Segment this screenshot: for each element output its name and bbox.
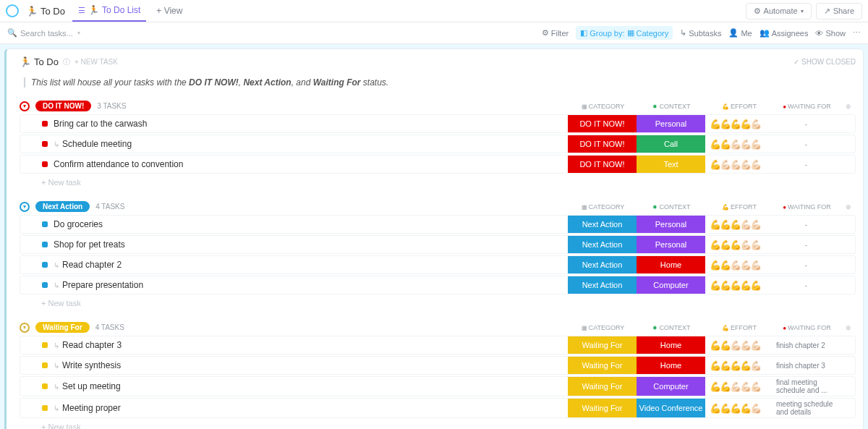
col-category[interactable]: ▦CATEGORY (569, 103, 637, 110)
context-cell[interactable]: Personal (637, 115, 705, 132)
task-row[interactable]: ↳ Read chapter 2 Next Action Home 💪💪💪🏻💪🏻… (20, 255, 856, 274)
context-cell[interactable]: Call (637, 135, 705, 153)
waiting-cell[interactable]: meeting schedule and details (772, 399, 841, 417)
waiting-cell[interactable]: - (772, 139, 841, 150)
task-name[interactable]: Confirm attendance to convention (54, 159, 568, 169)
col-waiting[interactable]: ●WAITING FOR (773, 203, 841, 211)
share-button[interactable]: ↗Share (816, 3, 862, 20)
task-name[interactable]: Shop for pet treats (54, 239, 568, 250)
col-category[interactable]: ▦CATEGORY (569, 203, 637, 211)
new-task-button[interactable]: + New task (20, 296, 856, 310)
task-name[interactable]: Meeting proper (62, 403, 568, 413)
space-title[interactable]: 🏃To Do (23, 6, 68, 17)
task-row[interactable]: Confirm attendance to convention DO IT N… (20, 155, 856, 174)
group-toggle[interactable]: ▾ (20, 202, 30, 212)
group-label[interactable]: Waiting For (35, 322, 90, 333)
col-effort[interactable]: 💪EFFORT (706, 324, 773, 331)
status-bullet[interactable] (42, 362, 48, 368)
waiting-cell[interactable]: - (772, 159, 841, 170)
task-name[interactable]: Read chapter 2 (62, 260, 568, 270)
group-label[interactable]: DO IT NOW! (35, 101, 91, 111)
status-bullet[interactable] (42, 161, 48, 167)
waiting-cell[interactable]: finish chapter 2 (772, 340, 841, 351)
context-cell[interactable]: Home (637, 357, 705, 374)
new-task-button[interactable]: + New task (20, 175, 856, 190)
task-row[interactable]: ↳ Meeting proper Waiting For Video Confe… (20, 398, 856, 418)
waiting-cell[interactable]: - (772, 280, 841, 291)
waiting-cell[interactable]: - (772, 239, 841, 250)
show-closed-button[interactable]: ✓SHOW CLOSED (793, 58, 856, 66)
add-column-button[interactable]: ⊕ (841, 324, 856, 331)
show-button[interactable]: 👁Show (815, 29, 846, 38)
context-cell[interactable]: Video Conference (637, 399, 705, 417)
task-row[interactable]: ↳ Prepare presentation Next Action Compu… (20, 276, 856, 294)
category-cell[interactable]: Next Action (568, 216, 637, 233)
context-cell[interactable]: Text (637, 156, 705, 173)
col-waiting[interactable]: ●WAITING FOR (773, 324, 841, 331)
effort-cell[interactable]: 💪💪💪🏻💪🏻💪🏻 (705, 137, 772, 151)
assignees-button[interactable]: 👥Assignees (760, 28, 809, 38)
effort-cell[interactable]: 💪💪💪🏻💪🏻💪🏻 (705, 258, 772, 272)
category-cell[interactable]: Waiting For (568, 336, 637, 354)
task-name[interactable]: Prepare presentation (62, 280, 568, 290)
add-view-button[interactable]: + View (150, 1, 188, 21)
group-by-button[interactable]: ◧Group by: ▦ Category (576, 26, 673, 40)
category-cell[interactable]: Next Action (568, 276, 637, 294)
status-bullet[interactable] (42, 121, 48, 127)
category-cell[interactable]: Next Action (568, 236, 637, 253)
status-bullet[interactable] (42, 342, 48, 348)
tab-todo-list[interactable]: ☰🏃To Do List (72, 0, 146, 22)
task-row[interactable]: ↳ Write synthesis Waiting For Home 💪💪💪💪💪… (20, 356, 856, 375)
waiting-cell[interactable]: final meeting schedule and ... (772, 377, 841, 396)
task-row[interactable]: ↳ Read chapter 3 Waiting For Home 💪💪💪🏻💪🏻… (20, 336, 856, 354)
col-context[interactable]: ✸CONTEXT (637, 324, 706, 331)
col-category[interactable]: ▦CATEGORY (569, 324, 637, 331)
category-cell[interactable]: Waiting For (568, 399, 637, 417)
context-cell[interactable]: Computer (637, 276, 705, 294)
me-button[interactable]: 👤Me (728, 28, 752, 38)
status-bullet[interactable] (42, 383, 48, 389)
waiting-cell[interactable]: - (772, 219, 841, 230)
task-name[interactable]: Bring car to the carwash (54, 119, 568, 129)
effort-cell[interactable]: 💪💪💪💪💪 (705, 279, 772, 292)
new-task-header-button[interactable]: + NEW TASK (75, 58, 118, 66)
context-cell[interactable]: Personal (637, 236, 705, 253)
more-button[interactable]: ⋯ (853, 28, 861, 38)
add-column-button[interactable]: ⊕ (841, 103, 856, 110)
task-row[interactable]: ↳ Set up meeting Waiting For Computer 💪💪… (20, 376, 856, 396)
task-row[interactable]: Do groceries Next Action Personal 💪💪💪💪🏻💪… (20, 215, 856, 234)
status-bullet[interactable] (42, 242, 48, 247)
add-column-button[interactable]: ⊕ (841, 203, 856, 211)
task-row[interactable]: Bring car to the carwash DO IT NOW! Pers… (20, 114, 856, 133)
task-row[interactable]: Shop for pet treats Next Action Personal… (20, 235, 856, 254)
task-name[interactable]: Schedule meeting (62, 139, 568, 149)
group-label[interactable]: Next Action (35, 201, 90, 212)
effort-cell[interactable]: 💪💪💪🏻💪🏻💪🏻 (705, 339, 772, 352)
effort-cell[interactable]: 💪💪💪💪💪🏻 (705, 117, 772, 131)
col-context[interactable]: ✸CONTEXT (637, 103, 706, 110)
new-task-button[interactable]: + New task (20, 420, 856, 429)
category-cell[interactable]: Waiting For (568, 377, 637, 396)
context-cell[interactable]: Personal (637, 216, 705, 233)
app-logo-icon[interactable] (6, 4, 19, 17)
effort-cell[interactable]: 💪💪💪💪🏻💪🏻 (705, 218, 772, 232)
automate-button[interactable]: ⚙Automate▾ (746, 3, 812, 20)
status-bullet[interactable] (42, 141, 48, 147)
search-input[interactable]: 🔍Search tasks... (7, 28, 73, 38)
context-cell[interactable]: Computer (637, 377, 705, 396)
context-cell[interactable]: Home (637, 336, 705, 354)
info-icon[interactable]: ⓘ (63, 57, 70, 67)
task-name[interactable]: Set up meeting (62, 381, 568, 391)
effort-cell[interactable]: 💪💪💪💪🏻💪🏻 (705, 238, 772, 252)
effort-cell[interactable]: 💪💪🏻💪🏻💪🏻💪🏻 (705, 158, 772, 171)
waiting-cell[interactable]: finish chapter 3 (772, 360, 841, 371)
category-cell[interactable]: DO IT NOW! (568, 135, 637, 153)
status-bullet[interactable] (42, 262, 48, 268)
group-toggle[interactable]: ▾ (20, 323, 30, 333)
category-cell[interactable]: Waiting For (568, 357, 637, 374)
category-cell[interactable]: DO IT NOW! (568, 156, 637, 173)
status-bullet[interactable] (42, 282, 48, 288)
col-effort[interactable]: 💪EFFORT (706, 103, 773, 110)
category-cell[interactable]: DO IT NOW! (568, 115, 637, 132)
task-name[interactable]: Read chapter 3 (62, 340, 568, 350)
